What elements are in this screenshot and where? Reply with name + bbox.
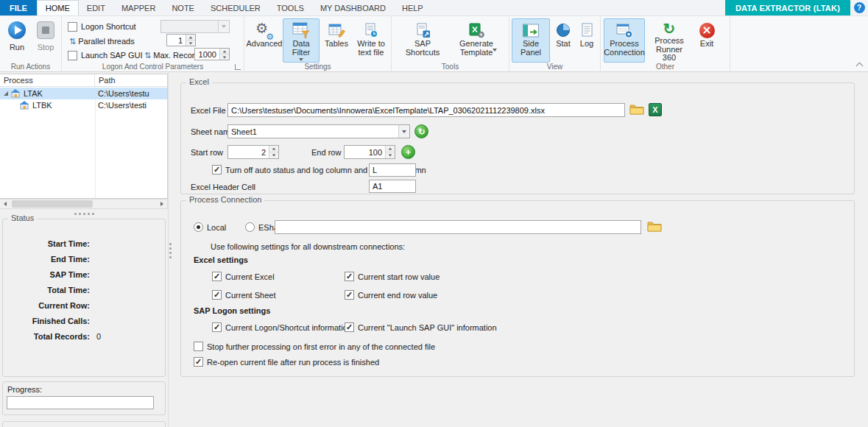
current-start-row-checkbox[interactable]: ✓ [345, 272, 354, 281]
logon-shortcut-checkbox[interactable] [68, 22, 77, 32]
reopen-file-checkbox[interactable]: ✓ [194, 357, 203, 367]
write-to-text-file-icon [364, 23, 378, 38]
current-launch-checkbox[interactable]: ✓ [345, 322, 354, 332]
advanced-button[interactable]: ⚙⚙ Advanced [248, 18, 280, 63]
ribbon-collapse-icon[interactable] [856, 63, 864, 70]
turnoff-auto-status-checkbox[interactable]: ✓ [212, 165, 222, 174]
process-connection-group-label: Process Connection [186, 195, 264, 204]
stat-button[interactable]: Stat [552, 18, 574, 63]
ribbon-group-other: Process Connection ↻ Process Runner 360 … [601, 16, 730, 72]
tree-horizontal-scrollbar[interactable] [0, 199, 168, 209]
ribbon-group-view: Side Panel Stat [509, 16, 601, 72]
parallel-threads-stepper[interactable]: 1 [166, 34, 196, 46]
write-to-text-file-label: Write to text file [354, 40, 388, 57]
process-column-header[interactable]: Process [0, 74, 95, 86]
side-panel-icon [523, 24, 539, 38]
side-panel-label: Side Panel [512, 40, 549, 57]
ribbon-group-logon: Logon Shortcut ⇅ Parallel threads 1 Laun… [62, 16, 244, 72]
tab-my-dashboard[interactable]: MY DASHBOARD [312, 0, 394, 15]
stepper-up-icon[interactable] [186, 35, 195, 40]
stop-on-error-row: Stop further processing on first error i… [194, 342, 435, 351]
refresh-sheets-button[interactable]: ↻ [414, 124, 428, 138]
current-sheet-row: ✓ Current Sheet [212, 290, 275, 300]
status-column-input[interactable] [369, 163, 416, 177]
tree-expand-icon[interactable] [4, 91, 8, 96]
stop-icon [37, 21, 54, 39]
stepper-down-icon[interactable] [269, 152, 278, 158]
splitter-handle[interactable] [169, 243, 172, 258]
start-row-label: Start row [191, 148, 223, 157]
add-rows-button[interactable]: + [401, 145, 415, 159]
log-button[interactable]: Log [576, 18, 598, 63]
sheet-name-combo[interactable]: Sheet1 [227, 124, 410, 138]
current-sheet-checkbox[interactable]: ✓ [212, 290, 222, 300]
max-records-stepper[interactable]: 1000 [194, 48, 230, 60]
open-excel-button[interactable]: X [649, 103, 662, 116]
excel-file-input[interactable] [227, 103, 625, 117]
stepper-down-icon[interactable] [220, 54, 229, 60]
stop-button-label: Stop [38, 43, 54, 52]
sap-shortcuts-button[interactable]: SAP Shortcuts [398, 18, 448, 63]
help-button[interactable]: ? [850, 0, 868, 15]
stepper-up-icon[interactable] [386, 146, 395, 152]
ribbon-group-tools: SAP Shortcuts Generate Template Tools [392, 16, 509, 72]
tables-button[interactable]: Tables [322, 18, 351, 63]
tree-row-ltak[interactable]: LTAK C:\Users\testu [0, 88, 167, 99]
current-excel-checkbox[interactable]: ✓ [212, 272, 222, 281]
app-title-badge: DATA EXTRACTOR (LTAK) [725, 0, 850, 15]
stepper-up-icon[interactable] [269, 146, 278, 152]
tab-edit[interactable]: EDIT [79, 0, 113, 15]
stop-on-error-checkbox[interactable] [194, 342, 203, 351]
stop-button[interactable]: Stop [32, 19, 59, 62]
tree-row-ltbk[interactable]: LTBK C:\Users\testi [0, 99, 167, 111]
scrollbar-thumb[interactable] [12, 200, 93, 208]
current-launch-row: ✓ Current "Launch SAP GUI" information [345, 322, 497, 332]
stepper-down-icon[interactable] [186, 40, 195, 46]
process-connection-button[interactable]: Process Connection [604, 18, 645, 63]
stepper-down-icon[interactable] [386, 152, 395, 158]
dialog-launcher-icon[interactable] [235, 64, 241, 70]
connection-path-input[interactable] [275, 220, 641, 234]
refresh-icon: ↻ [417, 127, 425, 136]
status-row: SAP Time: [7, 270, 96, 279]
stepper-up-icon[interactable] [220, 49, 229, 54]
browse-folder-button[interactable] [629, 103, 644, 117]
tab-mapper[interactable]: MAPPER [113, 0, 163, 15]
current-end-row-checkbox[interactable]: ✓ [345, 290, 354, 300]
current-logon-checkbox[interactable]: ✓ [212, 322, 222, 332]
eshare-radio[interactable] [245, 222, 255, 232]
scroll-right-icon[interactable] [157, 200, 167, 208]
scrollbar-track[interactable] [10, 200, 157, 208]
tab-file[interactable]: FILE [0, 0, 37, 15]
current-end-row-label: Current end row value [358, 291, 437, 300]
process-runner-360-button[interactable]: ↻ Process Runner 360 [648, 18, 691, 63]
status-row: Total Records:0 [7, 332, 101, 341]
generate-template-button[interactable]: Generate Template [454, 18, 499, 63]
tab-tools[interactable]: TOOLS [269, 0, 312, 15]
local-radio[interactable] [194, 222, 203, 232]
start-row-stepper[interactable]: 2 [227, 145, 279, 159]
scroll-left-icon[interactable] [0, 200, 10, 208]
tab-help[interactable]: HELP [394, 0, 431, 15]
tab-scheduler[interactable]: SCHEDULER [202, 0, 269, 15]
path-column-header[interactable]: Path [95, 74, 167, 86]
end-row-value: 100 [345, 146, 385, 158]
browse-connection-button[interactable] [647, 220, 662, 234]
vertical-splitter[interactable] [168, 72, 169, 427]
run-button[interactable]: Run [4, 19, 30, 62]
local-radio-row: Local [194, 222, 226, 232]
chevron-down-icon[interactable] [398, 125, 409, 138]
current-logon-row: ✓ Current Logon/Shortcut information [212, 322, 352, 332]
side-panel-button[interactable]: Side Panel [512, 18, 550, 63]
tab-home[interactable]: HOME [37, 0, 79, 15]
end-row-stepper[interactable]: 100 [344, 145, 395, 159]
excel-icon: X [652, 105, 657, 114]
tab-note[interactable]: NOTE [163, 0, 202, 15]
exit-button[interactable]: Exit [694, 18, 720, 63]
data-filter-button[interactable]: Data Filter [283, 18, 320, 63]
write-to-text-file-button[interactable]: Write to text file [353, 18, 389, 63]
logon-shortcut-combo[interactable] [160, 20, 230, 33]
excel-header-cell-input[interactable] [369, 180, 416, 193]
chevron-down-icon[interactable] [218, 21, 229, 32]
launch-sap-gui-checkbox[interactable] [68, 51, 77, 60]
